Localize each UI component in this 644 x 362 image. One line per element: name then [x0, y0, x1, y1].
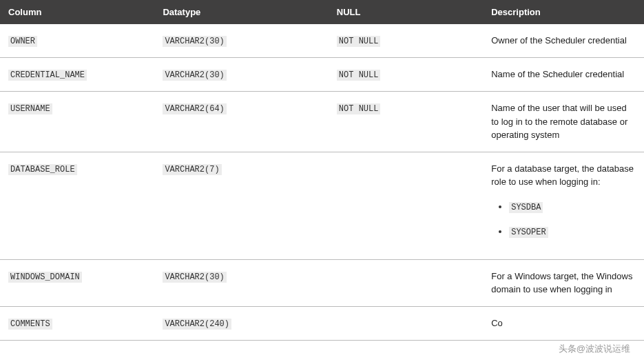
column-description: For a Windows target, the Windows domain…: [491, 271, 632, 295]
column-name: CREDENTIAL_NAME: [8, 70, 87, 81]
role-value: SYSDBA: [509, 202, 543, 213]
column-datatype: VARCHAR2(30): [163, 70, 226, 81]
column-description: For a database target, the database role…: [491, 163, 634, 188]
header-description: Description: [483, 0, 644, 24]
header-null: NULL: [329, 0, 483, 24]
table-row: DATABASE_ROLE VARCHAR2(7) For a database…: [0, 152, 644, 259]
watermark-text: 头条@波波说运维: [559, 343, 630, 355]
column-name: DATABASE_ROLE: [8, 164, 77, 175]
column-datatype: VARCHAR2(30): [163, 36, 226, 47]
schema-table: Column Datatype NULL Description OWNER V…: [0, 0, 644, 341]
column-name: COMMENTS: [8, 319, 52, 330]
role-value: SYSOPER: [509, 227, 548, 238]
column-null: NOT NULL: [337, 70, 381, 81]
table-row: CREDENTIAL_NAME VARCHAR2(30) NOT NULL Na…: [0, 58, 644, 92]
table-row: WINDOWS_DOMAIN VARCHAR2(30) For a Window…: [0, 259, 644, 306]
list-item: SYSDBA: [509, 200, 636, 214]
column-null: NOT NULL: [337, 103, 381, 114]
column-name: WINDOWS_DOMAIN: [8, 272, 82, 283]
column-datatype: VARCHAR2(7): [163, 164, 221, 175]
header-datatype: Datatype: [154, 0, 328, 24]
table-row: COMMENTS VARCHAR2(240) Co: [0, 306, 644, 340]
role-list: SYSDBA SYSOPER: [509, 200, 636, 239]
column-null: NOT NULL: [337, 36, 381, 47]
column-datatype: VARCHAR2(64): [163, 103, 226, 114]
column-description: Owner of the Scheduler credential: [491, 35, 627, 46]
column-description: Name of the user that will be used to lo…: [491, 103, 627, 140]
table-row: USERNAME VARCHAR2(64) NOT NULL Name of t…: [0, 92, 644, 152]
column-datatype: VARCHAR2(240): [163, 319, 231, 330]
list-item: SYSOPER: [509, 225, 636, 239]
column-datatype: VARCHAR2(30): [163, 272, 226, 283]
table-header-row: Column Datatype NULL Description: [0, 0, 644, 24]
header-column: Column: [0, 0, 154, 24]
column-name: OWNER: [8, 36, 37, 47]
column-description: Name of the Scheduler credential: [491, 69, 624, 79]
table-row: OWNER VARCHAR2(30) NOT NULL Owner of the…: [0, 24, 644, 58]
column-description: Co: [491, 318, 503, 328]
column-name: USERNAME: [8, 103, 52, 114]
